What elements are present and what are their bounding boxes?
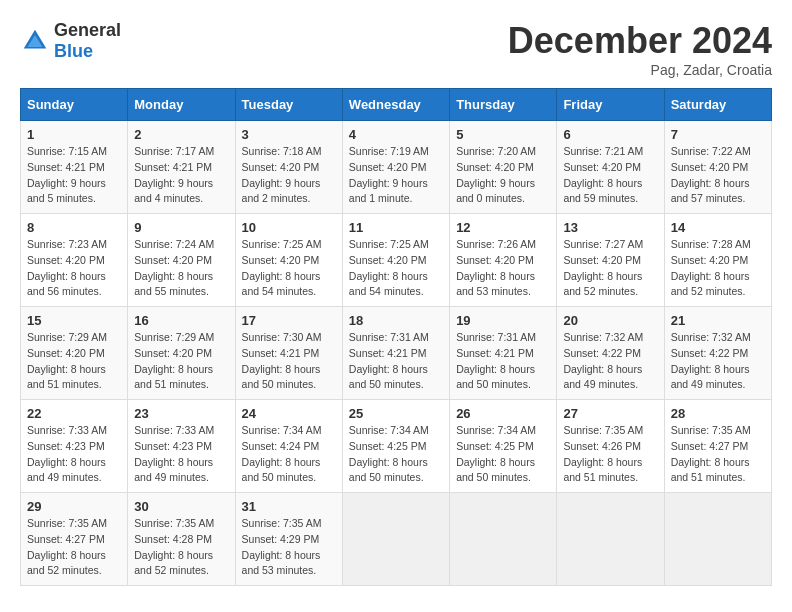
- table-row: 30Sunrise: 7:35 AM Sunset: 4:28 PM Dayli…: [128, 493, 235, 586]
- day-detail: Sunrise: 7:26 AM Sunset: 4:20 PM Dayligh…: [456, 237, 550, 300]
- day-detail: Sunrise: 7:27 AM Sunset: 4:20 PM Dayligh…: [563, 237, 657, 300]
- col-friday: Friday: [557, 89, 664, 121]
- day-number: 29: [27, 499, 121, 514]
- table-row: [664, 493, 771, 586]
- day-number: 22: [27, 406, 121, 421]
- table-row: 27Sunrise: 7:35 AM Sunset: 4:26 PM Dayli…: [557, 400, 664, 493]
- day-detail: Sunrise: 7:30 AM Sunset: 4:21 PM Dayligh…: [242, 330, 336, 393]
- day-detail: Sunrise: 7:19 AM Sunset: 4:20 PM Dayligh…: [349, 144, 443, 207]
- day-number: 26: [456, 406, 550, 421]
- day-detail: Sunrise: 7:32 AM Sunset: 4:22 PM Dayligh…: [563, 330, 657, 393]
- table-row: 10Sunrise: 7:25 AM Sunset: 4:20 PM Dayli…: [235, 214, 342, 307]
- table-row: 6Sunrise: 7:21 AM Sunset: 4:20 PM Daylig…: [557, 121, 664, 214]
- calendar-week-row: 29Sunrise: 7:35 AM Sunset: 4:27 PM Dayli…: [21, 493, 772, 586]
- day-number: 12: [456, 220, 550, 235]
- day-detail: Sunrise: 7:34 AM Sunset: 4:25 PM Dayligh…: [456, 423, 550, 486]
- table-row: 1Sunrise: 7:15 AM Sunset: 4:21 PM Daylig…: [21, 121, 128, 214]
- col-sunday: Sunday: [21, 89, 128, 121]
- table-row: 24Sunrise: 7:34 AM Sunset: 4:24 PM Dayli…: [235, 400, 342, 493]
- page-header: General Blue December 2024 Pag, Zadar, C…: [20, 20, 772, 78]
- table-row: 15Sunrise: 7:29 AM Sunset: 4:20 PM Dayli…: [21, 307, 128, 400]
- day-detail: Sunrise: 7:15 AM Sunset: 4:21 PM Dayligh…: [27, 144, 121, 207]
- day-detail: Sunrise: 7:35 AM Sunset: 4:29 PM Dayligh…: [242, 516, 336, 579]
- day-detail: Sunrise: 7:21 AM Sunset: 4:20 PM Dayligh…: [563, 144, 657, 207]
- day-number: 25: [349, 406, 443, 421]
- table-row: 26Sunrise: 7:34 AM Sunset: 4:25 PM Dayli…: [450, 400, 557, 493]
- day-detail: Sunrise: 7:18 AM Sunset: 4:20 PM Dayligh…: [242, 144, 336, 207]
- day-number: 6: [563, 127, 657, 142]
- table-row: 18Sunrise: 7:31 AM Sunset: 4:21 PM Dayli…: [342, 307, 449, 400]
- col-saturday: Saturday: [664, 89, 771, 121]
- table-row: 17Sunrise: 7:30 AM Sunset: 4:21 PM Dayli…: [235, 307, 342, 400]
- day-number: 16: [134, 313, 228, 328]
- day-detail: Sunrise: 7:25 AM Sunset: 4:20 PM Dayligh…: [349, 237, 443, 300]
- table-row: 16Sunrise: 7:29 AM Sunset: 4:20 PM Dayli…: [128, 307, 235, 400]
- day-number: 23: [134, 406, 228, 421]
- calendar-header-row: Sunday Monday Tuesday Wednesday Thursday…: [21, 89, 772, 121]
- day-number: 24: [242, 406, 336, 421]
- table-row: 22Sunrise: 7:33 AM Sunset: 4:23 PM Dayli…: [21, 400, 128, 493]
- day-number: 19: [456, 313, 550, 328]
- table-row: 31Sunrise: 7:35 AM Sunset: 4:29 PM Dayli…: [235, 493, 342, 586]
- table-row: 19Sunrise: 7:31 AM Sunset: 4:21 PM Dayli…: [450, 307, 557, 400]
- table-row: 20Sunrise: 7:32 AM Sunset: 4:22 PM Dayli…: [557, 307, 664, 400]
- day-detail: Sunrise: 7:22 AM Sunset: 4:20 PM Dayligh…: [671, 144, 765, 207]
- table-row: 11Sunrise: 7:25 AM Sunset: 4:20 PM Dayli…: [342, 214, 449, 307]
- logo: General Blue: [20, 20, 121, 62]
- table-row: 13Sunrise: 7:27 AM Sunset: 4:20 PM Dayli…: [557, 214, 664, 307]
- table-row: 7Sunrise: 7:22 AM Sunset: 4:20 PM Daylig…: [664, 121, 771, 214]
- calendar-week-row: 15Sunrise: 7:29 AM Sunset: 4:20 PM Dayli…: [21, 307, 772, 400]
- calendar-week-row: 1Sunrise: 7:15 AM Sunset: 4:21 PM Daylig…: [21, 121, 772, 214]
- table-row: 9Sunrise: 7:24 AM Sunset: 4:20 PM Daylig…: [128, 214, 235, 307]
- calendar-week-row: 22Sunrise: 7:33 AM Sunset: 4:23 PM Dayli…: [21, 400, 772, 493]
- col-monday: Monday: [128, 89, 235, 121]
- table-row: 23Sunrise: 7:33 AM Sunset: 4:23 PM Dayli…: [128, 400, 235, 493]
- day-number: 18: [349, 313, 443, 328]
- table-row: 8Sunrise: 7:23 AM Sunset: 4:20 PM Daylig…: [21, 214, 128, 307]
- logo-general-text: General: [54, 20, 121, 40]
- day-detail: Sunrise: 7:24 AM Sunset: 4:20 PM Dayligh…: [134, 237, 228, 300]
- table-row: [450, 493, 557, 586]
- table-row: 3Sunrise: 7:18 AM Sunset: 4:20 PM Daylig…: [235, 121, 342, 214]
- day-number: 5: [456, 127, 550, 142]
- location-subtitle: Pag, Zadar, Croatia: [508, 62, 772, 78]
- day-detail: Sunrise: 7:23 AM Sunset: 4:20 PM Dayligh…: [27, 237, 121, 300]
- day-number: 3: [242, 127, 336, 142]
- day-detail: Sunrise: 7:34 AM Sunset: 4:25 PM Dayligh…: [349, 423, 443, 486]
- day-number: 30: [134, 499, 228, 514]
- day-detail: Sunrise: 7:35 AM Sunset: 4:28 PM Dayligh…: [134, 516, 228, 579]
- day-detail: Sunrise: 7:31 AM Sunset: 4:21 PM Dayligh…: [349, 330, 443, 393]
- day-detail: Sunrise: 7:29 AM Sunset: 4:20 PM Dayligh…: [134, 330, 228, 393]
- day-number: 7: [671, 127, 765, 142]
- table-row: 12Sunrise: 7:26 AM Sunset: 4:20 PM Dayli…: [450, 214, 557, 307]
- day-number: 4: [349, 127, 443, 142]
- day-number: 1: [27, 127, 121, 142]
- calendar-table: Sunday Monday Tuesday Wednesday Thursday…: [20, 88, 772, 586]
- day-detail: Sunrise: 7:17 AM Sunset: 4:21 PM Dayligh…: [134, 144, 228, 207]
- day-detail: Sunrise: 7:35 AM Sunset: 4:27 PM Dayligh…: [671, 423, 765, 486]
- month-title: December 2024: [508, 20, 772, 62]
- table-row: 5Sunrise: 7:20 AM Sunset: 4:20 PM Daylig…: [450, 121, 557, 214]
- day-number: 10: [242, 220, 336, 235]
- day-number: 13: [563, 220, 657, 235]
- day-number: 20: [563, 313, 657, 328]
- table-row: 29Sunrise: 7:35 AM Sunset: 4:27 PM Dayli…: [21, 493, 128, 586]
- day-number: 14: [671, 220, 765, 235]
- day-number: 15: [27, 313, 121, 328]
- table-row: 4Sunrise: 7:19 AM Sunset: 4:20 PM Daylig…: [342, 121, 449, 214]
- col-wednesday: Wednesday: [342, 89, 449, 121]
- day-number: 9: [134, 220, 228, 235]
- table-row: [557, 493, 664, 586]
- day-number: 2: [134, 127, 228, 142]
- table-row: [342, 493, 449, 586]
- day-detail: Sunrise: 7:35 AM Sunset: 4:27 PM Dayligh…: [27, 516, 121, 579]
- day-detail: Sunrise: 7:33 AM Sunset: 4:23 PM Dayligh…: [27, 423, 121, 486]
- day-detail: Sunrise: 7:34 AM Sunset: 4:24 PM Dayligh…: [242, 423, 336, 486]
- day-number: 31: [242, 499, 336, 514]
- table-row: 28Sunrise: 7:35 AM Sunset: 4:27 PM Dayli…: [664, 400, 771, 493]
- day-detail: Sunrise: 7:20 AM Sunset: 4:20 PM Dayligh…: [456, 144, 550, 207]
- col-thursday: Thursday: [450, 89, 557, 121]
- logo-blue-text: Blue: [54, 41, 93, 61]
- logo-icon: [20, 26, 50, 56]
- table-row: 14Sunrise: 7:28 AM Sunset: 4:20 PM Dayli…: [664, 214, 771, 307]
